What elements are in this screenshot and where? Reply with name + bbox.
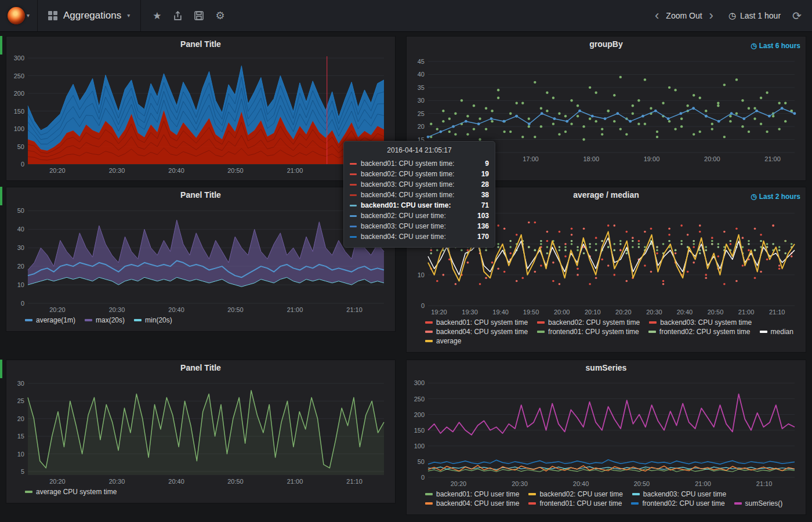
panel-average-cpu: Panel Title 5101520253020:2020:3020:4020… bbox=[6, 360, 396, 503]
svg-text:20: 20 bbox=[17, 263, 24, 270]
legend-item[interactable]: frontend02: CPU user time bbox=[631, 499, 724, 507]
legend-item[interactable]: frontend01: CPU system time bbox=[537, 328, 639, 336]
legend-item[interactable]: backend03: CPU system time bbox=[649, 318, 752, 327]
svg-text:0: 0 bbox=[421, 474, 425, 481]
legend-item[interactable]: backend02: CPU user time bbox=[528, 490, 622, 498]
legend: backend01: CPU system timebackend02: CPU… bbox=[407, 317, 806, 347]
share-icon[interactable] bbox=[173, 11, 183, 21]
panel-time-override[interactable]: ◷ Last 6 hours bbox=[751, 42, 800, 50]
chart-canvas[interactable]: 05010015020025030020:2020:3020:4020:5021… bbox=[409, 375, 803, 489]
panel-title[interactable]: Panel Title bbox=[6, 360, 395, 375]
svg-text:20:00: 20:00 bbox=[704, 155, 720, 162]
row-toggle[interactable] bbox=[0, 360, 2, 378]
svg-text:20:10: 20:10 bbox=[585, 309, 601, 316]
chart-canvas[interactable]: 05010015020025030020:2020:3020:4020:5021… bbox=[9, 52, 392, 176]
grafana-logo-icon bbox=[8, 7, 25, 24]
svg-text:20:40: 20:40 bbox=[168, 167, 184, 174]
settings-gear-icon[interactable]: ⚙ bbox=[215, 9, 224, 22]
svg-text:20:30: 20:30 bbox=[109, 167, 125, 174]
dashboards-grid-icon bbox=[48, 11, 57, 20]
legend-item[interactable]: backend02: CPU system time bbox=[537, 318, 640, 327]
svg-text:0: 0 bbox=[21, 300, 24, 307]
panel-title[interactable]: groupBy bbox=[407, 37, 806, 52]
svg-text:18:00: 18:00 bbox=[583, 155, 599, 162]
legend-item[interactable]: backend04: CPU system time bbox=[425, 328, 528, 336]
dashboard-picker[interactable]: Aggregations ▾ bbox=[38, 0, 141, 31]
svg-text:50: 50 bbox=[17, 143, 24, 150]
legend: backend01: CPU user timebackend02: CPU u… bbox=[407, 489, 806, 510]
legend-item[interactable]: frontend01: CPU user time bbox=[528, 499, 622, 507]
svg-text:17:00: 17:00 bbox=[523, 155, 539, 162]
svg-text:30: 30 bbox=[418, 97, 425, 104]
row-toggle[interactable] bbox=[0, 187, 2, 205]
legend-item[interactable]: backend01: CPU system time bbox=[425, 318, 528, 327]
panel-avg-max-min: Panel Title 0102030405020:2020:3020:4020… bbox=[6, 187, 396, 332]
svg-text:200: 200 bbox=[14, 90, 24, 97]
svg-text:20:20: 20:20 bbox=[49, 478, 66, 485]
panel-title[interactable]: Panel Title bbox=[6, 187, 395, 202]
legend-item[interactable]: sumSeries() bbox=[734, 499, 783, 507]
panel-title[interactable]: sumSeries bbox=[407, 360, 806, 375]
svg-text:21:10: 21:10 bbox=[346, 478, 362, 485]
legend-item[interactable]: backend01: CPU user time bbox=[425, 490, 519, 498]
svg-text:15: 15 bbox=[17, 433, 24, 440]
legend: average CPU system time bbox=[6, 487, 395, 498]
svg-text:21:00: 21:00 bbox=[764, 155, 781, 162]
chart-canvas[interactable]: 5101520253020:2020:3020:4020:5021:0021:1… bbox=[9, 375, 392, 487]
legend-item[interactable]: backend03: CPU user time bbox=[632, 490, 726, 498]
svg-text:21:10: 21:10 bbox=[769, 309, 785, 316]
grafana-logo-button[interactable]: ▾ bbox=[0, 0, 38, 31]
legend-item[interactable]: frontend02: CPU system time bbox=[648, 328, 751, 336]
svg-text:300: 300 bbox=[414, 379, 425, 386]
dashboard-title: Aggregations bbox=[63, 10, 121, 21]
svg-text:30: 30 bbox=[17, 244, 24, 251]
svg-text:20:50: 20:50 bbox=[708, 309, 724, 316]
legend-item[interactable]: min(20s) bbox=[134, 316, 172, 324]
svg-text:100: 100 bbox=[414, 443, 425, 449]
navbar: ▾ Aggregations ▾ ★ ⚙ ‹ Zoom Out › ◷ Last… bbox=[0, 0, 812, 32]
svg-text:20:30: 20:30 bbox=[512, 480, 528, 487]
save-icon[interactable] bbox=[194, 11, 204, 20]
svg-text:200: 200 bbox=[414, 411, 425, 418]
star-icon[interactable]: ★ bbox=[153, 10, 161, 22]
svg-text:150: 150 bbox=[14, 108, 24, 115]
panel-time-override[interactable]: ◷ Last 2 hours bbox=[751, 193, 800, 201]
svg-text:10: 10 bbox=[17, 451, 24, 458]
svg-text:21:00: 21:00 bbox=[287, 167, 303, 174]
chart-canvas[interactable]: 0102030405020:2020:3020:4020:5021:0021:1… bbox=[9, 202, 392, 315]
svg-text:10: 10 bbox=[418, 271, 425, 278]
legend-item[interactable]: average(1m) bbox=[25, 316, 75, 324]
tooltip-series-row: backend01: CPU system time:9 bbox=[350, 158, 489, 169]
svg-text:20:20: 20:20 bbox=[615, 309, 632, 316]
svg-text:20:40: 20:40 bbox=[168, 306, 184, 313]
caret-down-icon: ▾ bbox=[127, 13, 130, 19]
legend-item[interactable]: median bbox=[760, 328, 793, 336]
svg-text:20:00: 20:00 bbox=[554, 309, 570, 316]
time-range-button[interactable]: ◷ Last 1 hour bbox=[728, 10, 781, 21]
svg-text:20:20: 20:20 bbox=[49, 306, 66, 313]
svg-text:21:00: 21:00 bbox=[695, 480, 711, 487]
chevron-left-icon[interactable]: ‹ bbox=[654, 10, 660, 21]
svg-text:20:20: 20:20 bbox=[451, 480, 467, 487]
refresh-icon[interactable]: ⟳ bbox=[792, 9, 802, 23]
svg-text:20:50: 20:50 bbox=[634, 480, 650, 487]
svg-text:5: 5 bbox=[21, 468, 24, 475]
svg-text:150: 150 bbox=[414, 427, 425, 434]
svg-text:20:40: 20:40 bbox=[573, 480, 589, 487]
chevron-right-icon[interactable]: › bbox=[708, 10, 715, 21]
svg-text:19:00: 19:00 bbox=[644, 155, 660, 162]
legend-item[interactable]: average CPU system time bbox=[25, 488, 117, 496]
legend-item[interactable]: max(20s) bbox=[85, 316, 125, 324]
tooltip-series-row: backend01: CPU user time:71 bbox=[350, 200, 489, 211]
legend-item[interactable]: backend04: CPU user time bbox=[425, 499, 519, 507]
svg-text:20:50: 20:50 bbox=[227, 306, 244, 313]
clock-icon: ◷ bbox=[751, 193, 756, 201]
panel-title[interactable]: Panel Title bbox=[6, 37, 395, 52]
zoom-out-button[interactable]: Zoom Out bbox=[666, 11, 702, 20]
svg-text:20:50: 20:50 bbox=[227, 478, 244, 485]
row-toggle[interactable] bbox=[0, 36, 2, 55]
legend-item[interactable]: average bbox=[425, 337, 461, 345]
tooltip-series-row: backend03: CPU system time:28 bbox=[350, 179, 489, 190]
svg-text:300: 300 bbox=[14, 55, 24, 61]
svg-text:21:00: 21:00 bbox=[287, 306, 303, 313]
